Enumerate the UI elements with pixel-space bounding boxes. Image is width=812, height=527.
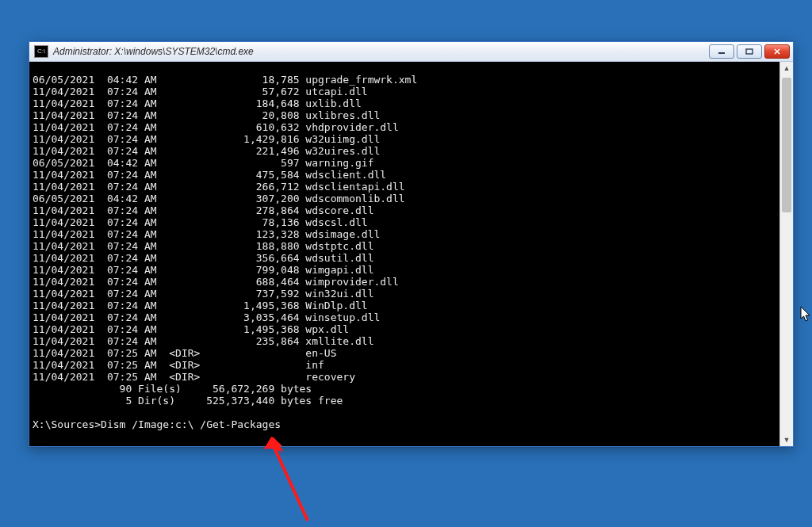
scrollbar-track[interactable] — [780, 74, 793, 433]
annotation-arrow-icon — [259, 433, 330, 527]
mouse-cursor-icon — [800, 306, 812, 323]
scrollbar-thumb[interactable] — [782, 78, 791, 212]
scrollbar[interactable]: ▲ ▼ — [779, 62, 793, 446]
svg-rect-0 — [718, 52, 725, 54]
scroll-up-icon[interactable]: ▲ — [780, 62, 793, 74]
maximize-button[interactable] — [737, 44, 762, 59]
close-button[interactable] — [764, 44, 790, 59]
titlebar[interactable]: C:\ Administrator: X:\windows\SYSTEM32\c… — [29, 42, 793, 62]
terminal-output[interactable]: 06/05/2021 04:42 AM 18,785 upgrade_frmwr… — [29, 72, 779, 436]
svg-rect-1 — [746, 49, 753, 54]
scroll-down-icon[interactable]: ▼ — [780, 433, 793, 446]
cmd-window: C:\ Administrator: X:\windows\SYSTEM32\c… — [29, 41, 794, 447]
minimize-button[interactable] — [709, 44, 734, 59]
window-title: Administrator: X:\windows\SYSTEM32\cmd.e… — [53, 46, 254, 57]
cmd-icon: C:\ — [34, 45, 48, 58]
window-buttons — [709, 44, 793, 59]
svg-line-4 — [274, 448, 308, 521]
